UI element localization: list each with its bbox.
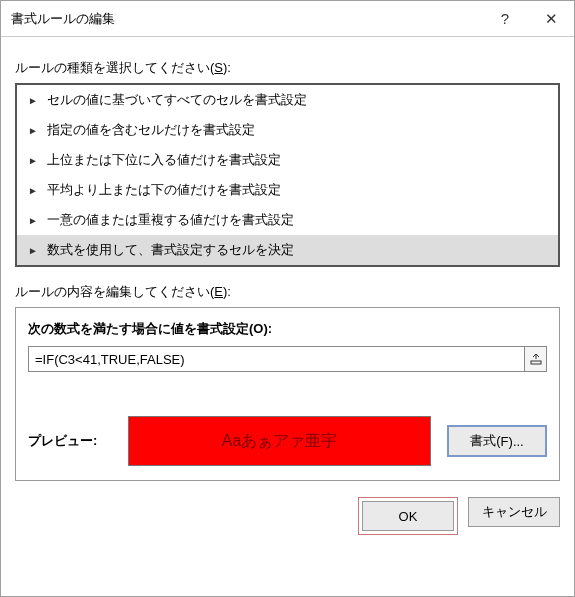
close-button[interactable]: ✕ [528, 1, 574, 37]
dialog-content: ルールの種類を選択してください(S): ►セルの値に基づいてすべてのセルを書式設… [1, 37, 574, 491]
list-marker-icon: ► [27, 95, 39, 106]
rule-type-item[interactable]: ►セルの値に基づいてすべてのセルを書式設定 [17, 85, 558, 115]
formula-input-row [28, 346, 547, 372]
titlebar: 書式ルールの編集 ? ✕ [1, 1, 574, 37]
format-button[interactable]: 書式(F)... [447, 425, 547, 457]
rule-type-list[interactable]: ►セルの値に基づいてすべてのセルを書式設定►指定の値を含むセルだけを書式設定►上… [15, 83, 560, 267]
rule-type-item[interactable]: ►上位または下位に入る値だけを書式設定 [17, 145, 558, 175]
preview-label: プレビュー: [28, 432, 116, 450]
rule-type-item-label: 数式を使用して、書式設定するセルを決定 [47, 241, 294, 259]
dialog-button-row: OK キャンセル [1, 491, 574, 549]
rule-type-label: ルールの種類を選択してください(S): [15, 59, 560, 77]
list-marker-icon: ► [27, 185, 39, 196]
window-title: 書式ルールの編集 [11, 10, 482, 28]
rule-type-item-label: 上位または下位に入る値だけを書式設定 [47, 151, 281, 169]
list-marker-icon: ► [27, 155, 39, 166]
cancel-button[interactable]: キャンセル [468, 497, 560, 527]
rule-type-item[interactable]: ►指定の値を含むセルだけを書式設定 [17, 115, 558, 145]
collapse-dialog-button[interactable] [524, 347, 546, 371]
ok-button[interactable]: OK [362, 501, 454, 531]
svg-rect-0 [531, 361, 541, 364]
rule-type-item[interactable]: ►平均より上または下の値だけを書式設定 [17, 175, 558, 205]
formula-input[interactable] [29, 347, 524, 371]
rule-edit-box: 次の数式を満たす場合に値を書式設定(O): プレビュー: Aaあぁアァ亜宇 書式… [15, 307, 560, 481]
rule-type-item[interactable]: ►数式を使用して、書式設定するセルを決定 [17, 235, 558, 265]
help-button[interactable]: ? [482, 1, 528, 37]
preview-sample-text: Aaあぁアァ亜宇 [222, 431, 338, 452]
rule-type-item[interactable]: ►一意の値または重複する値だけを書式設定 [17, 205, 558, 235]
rule-edit-label: ルールの内容を編集してください(E): [15, 283, 560, 301]
list-marker-icon: ► [27, 245, 39, 256]
preview-swatch: Aaあぁアァ亜宇 [128, 416, 431, 466]
ok-button-highlight: OK [358, 497, 458, 535]
rule-type-item-label: 指定の値を含むセルだけを書式設定 [47, 121, 255, 139]
rule-type-item-label: 平均より上または下の値だけを書式設定 [47, 181, 281, 199]
list-marker-icon: ► [27, 215, 39, 226]
rule-type-item-label: セルの値に基づいてすべてのセルを書式設定 [47, 91, 307, 109]
preview-row: プレビュー: Aaあぁアァ亜宇 書式(F)... [28, 416, 547, 466]
formula-section-title: 次の数式を満たす場合に値を書式設定(O): [28, 320, 547, 338]
rule-type-item-label: 一意の値または重複する値だけを書式設定 [47, 211, 294, 229]
list-marker-icon: ► [27, 125, 39, 136]
collapse-icon [530, 353, 542, 365]
